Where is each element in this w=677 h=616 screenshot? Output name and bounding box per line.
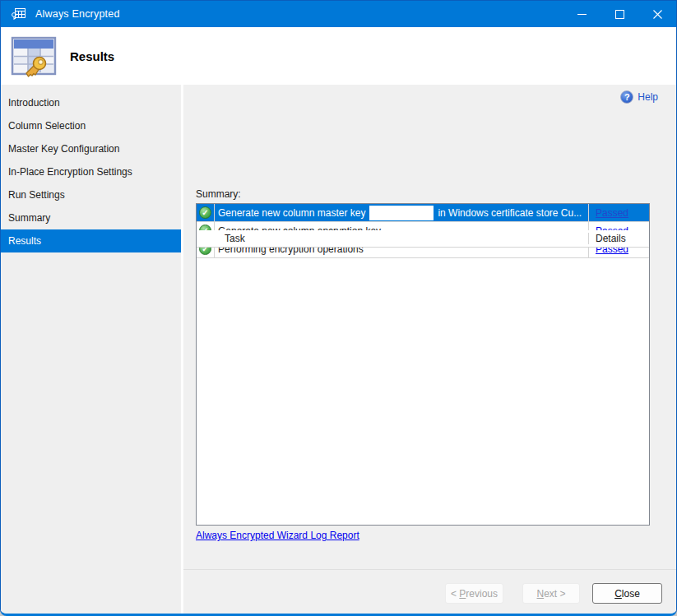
sidebar-item-master-key-configuration[interactable]: Master Key Configuration bbox=[1, 137, 181, 160]
page-title: Results bbox=[70, 49, 114, 63]
details-cell: Passed bbox=[589, 204, 649, 221]
minimize-button[interactable] bbox=[563, 1, 600, 27]
sidebar-item-in-place-encryption-settings[interactable]: In-Place Encryption Settings bbox=[1, 160, 181, 183]
task-cell: Generate new column master keyin Windows… bbox=[215, 204, 589, 221]
close-button[interactable]: Close bbox=[592, 583, 662, 604]
title-bar: Always Encrypted bbox=[1, 1, 676, 27]
wizard-log-report-link[interactable]: Always Encrypted Wizard Log Report bbox=[196, 530, 359, 541]
help-link[interactable]: ? Help bbox=[620, 90, 658, 104]
next-button[interactable]: Next > bbox=[522, 583, 580, 604]
app-table-key-icon bbox=[12, 7, 26, 21]
main-panel: ? Help Summary: Task Details ✓ Generate … bbox=[183, 85, 676, 614]
details-column-header[interactable]: Details bbox=[589, 233, 649, 244]
sidebar-item-run-settings[interactable]: Run Settings bbox=[1, 183, 181, 206]
task-column-header[interactable]: Task bbox=[215, 233, 589, 244]
task-text: Generate new column master key bbox=[218, 207, 365, 219]
maximize-button[interactable] bbox=[600, 1, 638, 27]
results-table: Task Details ✓ Generate new column maste… bbox=[196, 203, 650, 526]
help-icon: ? bbox=[620, 90, 633, 104]
table-key-icon bbox=[9, 32, 58, 80]
table-header-row: Task Details bbox=[197, 230, 649, 248]
window-title: Always Encrypted bbox=[35, 8, 120, 20]
help-label: Help bbox=[638, 91, 658, 103]
task-text: in Windows certificate store Cu... bbox=[438, 207, 582, 219]
summary-label: Summary: bbox=[196, 188, 241, 200]
sidebar-item-introduction[interactable]: Introduction bbox=[1, 91, 181, 114]
always-encrypted-wizard-window: Always Encrypted bbox=[0, 0, 677, 616]
sidebar-item-summary[interactable]: Summary bbox=[1, 206, 181, 229]
wizard-steps-sidebar: Introduction Column Selection Master Key… bbox=[1, 85, 183, 614]
page-header: Results bbox=[1, 27, 676, 85]
close-window-button[interactable] bbox=[638, 1, 676, 27]
previous-button[interactable]: < Previous bbox=[445, 583, 503, 604]
passed-link[interactable]: Passed bbox=[596, 207, 628, 219]
table-row[interactable]: ✓ Generate new column master keyin Windo… bbox=[197, 204, 649, 222]
passed-check-icon: ✓ bbox=[199, 206, 211, 219]
sidebar-item-column-selection[interactable]: Column Selection bbox=[1, 114, 181, 137]
footer-divider bbox=[183, 569, 676, 570]
sidebar-item-results[interactable]: Results bbox=[1, 229, 181, 252]
redacted-key-name-box bbox=[369, 206, 434, 220]
status-cell: ✓ bbox=[197, 204, 215, 221]
